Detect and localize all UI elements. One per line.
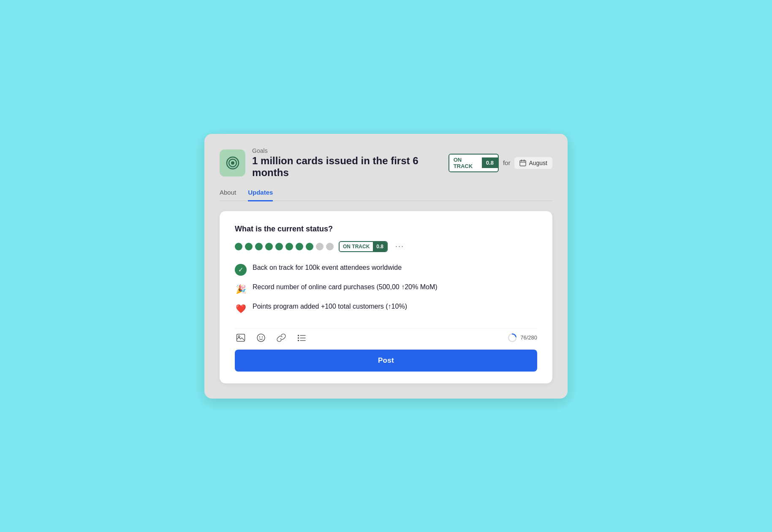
dot-3 [255, 243, 263, 250]
status-badge-label: ON TRACK [340, 242, 373, 251]
toolbar-icons [235, 332, 307, 344]
header: Goals 1 million cards issued in the firs… [220, 147, 552, 179]
header-text: Goals 1 million cards issued in the firs… [252, 147, 449, 179]
party-icon: 🎉 [235, 283, 247, 295]
status-card: What is the current status? ON TRACK 0.8… [220, 211, 552, 383]
calendar-icon [519, 160, 526, 166]
more-options-button[interactable]: ··· [393, 241, 407, 252]
dot-1 [235, 243, 242, 250]
char-count-text: 76/280 [520, 334, 537, 341]
link-button[interactable] [275, 332, 287, 344]
card-question: What is the current status? [235, 225, 537, 233]
month-label: August [529, 160, 547, 166]
for-label: for [503, 159, 511, 166]
goal-icon [220, 149, 245, 176]
dots-container [235, 243, 334, 250]
svg-rect-16 [298, 340, 299, 341]
dot-5 [275, 243, 283, 250]
status-badge-score: 0.8 [373, 242, 387, 251]
heart-icon: ❤️ [235, 303, 247, 315]
dot-2 [245, 243, 253, 250]
check-icon: ✓ [235, 264, 247, 276]
svg-point-9 [257, 334, 265, 342]
tab-about[interactable]: About [220, 189, 236, 201]
on-track-badge-header: ON TRACK 0.8 [449, 154, 499, 172]
svg-point-11 [262, 336, 263, 337]
tab-updates[interactable]: Updates [248, 189, 273, 201]
bullet-items: ✓ Back on track for 100k event attendees… [235, 264, 537, 315]
on-track-label-header: ON TRACK [449, 155, 482, 171]
image-button[interactable] [235, 332, 247, 344]
toolbar: 76/280 [235, 328, 537, 344]
on-track-score-header: 0.8 [482, 157, 498, 168]
dot-10 [326, 243, 334, 250]
bullet-text-2: Record number of online card purchases (… [253, 283, 438, 291]
dot-7 [296, 243, 303, 250]
bullet-item-3: ❤️ Points program added +100 total custo… [235, 303, 537, 315]
goal-title: 1 million cards issued in the first 6 mo… [252, 155, 449, 179]
emoji-button[interactable] [255, 332, 267, 344]
dot-4 [265, 243, 273, 250]
tabs: About Updates [220, 189, 552, 201]
bullet-item-1: ✓ Back on track for 100k event attendees… [235, 264, 537, 276]
bullet-text-3: Points program added +100 total customer… [253, 303, 407, 310]
svg-rect-3 [520, 160, 526, 166]
header-left: Goals 1 million cards issued in the firs… [220, 147, 449, 179]
svg-rect-12 [298, 335, 299, 336]
dot-9 [316, 243, 323, 250]
svg-rect-14 [298, 337, 299, 339]
status-row: ON TRACK 0.8 ··· [235, 241, 537, 252]
on-track-badge-inline: ON TRACK 0.8 [339, 241, 388, 252]
header-right: ON TRACK 0.8 for August [449, 154, 552, 172]
bullet-item-2: 🎉 Record number of online card purchases… [235, 283, 537, 295]
svg-point-2 [231, 161, 234, 165]
char-count-circle-svg [508, 333, 517, 342]
svg-point-10 [259, 336, 260, 337]
bullet-text-1: Back on track for 100k event attendees w… [253, 264, 402, 271]
list-button[interactable] [296, 332, 307, 344]
month-badge[interactable]: August [514, 157, 552, 169]
post-button[interactable]: Post [235, 350, 537, 372]
goals-label: Goals [252, 147, 449, 154]
svg-rect-7 [237, 334, 245, 341]
main-container: Goals 1 million cards issued in the firs… [204, 134, 568, 399]
svg-point-8 [238, 336, 240, 337]
dot-8 [306, 243, 313, 250]
char-count-container: 76/280 [508, 333, 537, 342]
dot-6 [285, 243, 293, 250]
